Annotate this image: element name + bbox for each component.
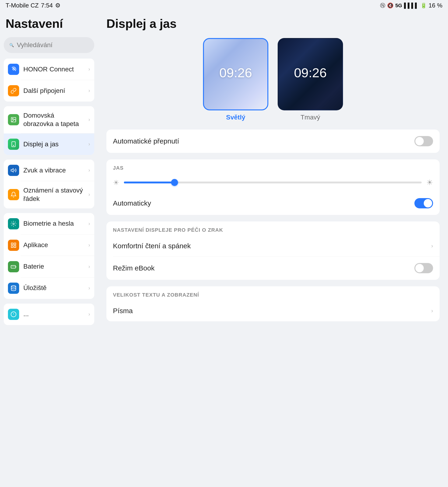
status-bar: T-Mobile CZ 7:54 ⚙ Ⓝ 🔇 5G ▌▌▌▌ 🔋 16 % (0, 0, 448, 11)
brightness-thumb (171, 179, 178, 186)
time-label: 7:54 (41, 2, 53, 9)
komfortni-cteni-chevron: › (431, 243, 433, 249)
pisma-chevron: › (431, 308, 433, 314)
biometrie-icon (8, 218, 19, 229)
rezim-ebook-knob (415, 264, 424, 272)
settings-group-misc: Biometrie a hesla › Aplikace › Baterie › (4, 213, 94, 299)
theme-card-svetly[interactable]: 09:26 Světlý (203, 38, 268, 121)
signal-bars-icon: ▌▌▌▌ (404, 3, 418, 9)
sidebar-item-biometrie[interactable]: Biometrie a hesla › (4, 213, 94, 234)
uloziste-label: Úložiště (23, 284, 84, 292)
theme-label-svetly: Světlý (226, 114, 246, 121)
svg-rect-8 (14, 243, 16, 245)
sidebar-item-zvuk[interactable]: Zvuk a vibrace › (4, 160, 94, 181)
komfortni-cteni-row[interactable]: Komfortní čtení a spánek › (106, 235, 440, 256)
displej-chevron: › (88, 141, 90, 147)
brightness-section: JAS ☀ ☀ Automaticky (106, 159, 440, 215)
status-left: T-Mobile CZ 7:54 ⚙ (6, 2, 60, 9)
settings-group-sound: Zvuk a vibrace › Oznámení a stavový řáde… (4, 160, 94, 208)
auto-brightness-row: Automaticky (106, 192, 440, 215)
auto-brightness-label: Automaticky (113, 199, 151, 207)
rezim-ebook-toggle[interactable] (414, 263, 433, 273)
oznameni-label: Oznámení a stavový řádek (23, 186, 84, 203)
svg-rect-10 (14, 246, 16, 247)
sidebar-item-dalsi-pripojeni[interactable]: Další připojení › (4, 80, 94, 102)
extra-chevron: › (88, 311, 90, 317)
sidebar-item-extra[interactable]: ... › (4, 303, 94, 325)
automatic-switch-section: Automatické přepnutí (106, 129, 440, 153)
jas-header: JAS (106, 159, 440, 173)
theme-label-tmavy: Tmavý (301, 114, 320, 121)
extra-icon (8, 309, 19, 320)
right-title: Displej a jas (106, 16, 440, 31)
komfortni-cteni-label: Komfortní čtení a spánek (113, 242, 191, 250)
uloziste-chevron: › (88, 285, 90, 291)
domovska-chevron: › (88, 117, 90, 123)
gear-icon: ⚙ (55, 2, 60, 9)
svg-rect-7 (11, 243, 13, 245)
search-input[interactable] (17, 41, 89, 49)
left-panel: Nastavení 🔍 HONOR Connect › Další připoj… (0, 11, 98, 487)
domovska-icon (8, 114, 19, 125)
svg-point-0 (13, 69, 15, 70)
zvuk-label: Zvuk a vibrace (23, 166, 84, 175)
search-bar[interactable]: 🔍 (4, 37, 94, 53)
brightness-high-icon: ☀ (426, 178, 433, 187)
sidebar-item-displej-a-jas[interactable]: Displej a jas › (4, 134, 94, 155)
theme-cards: 09:26 Světlý 09:26 Tmavý (106, 38, 440, 121)
right-panel: Displej a jas 09:26 Světlý 09:26 Tmavý A… (98, 11, 448, 487)
rezim-ebook-label: Režim eBook (113, 264, 154, 272)
displej-icon (8, 139, 19, 150)
theme-preview-tmavy[interactable]: 09:26 (278, 38, 343, 110)
svg-marker-5 (11, 168, 13, 172)
signal-icon: 5G (395, 3, 402, 9)
biometrie-chevron: › (88, 221, 90, 227)
sidebar-item-aplikace[interactable]: Aplikace › (4, 234, 94, 256)
oznameni-chevron: › (88, 192, 90, 198)
nfc-icon: Ⓝ (380, 2, 385, 9)
honor-connect-icon (8, 64, 19, 75)
sidebar-item-domovska-obrazovka[interactable]: Domovská obrazovka a tapeta › (4, 106, 94, 134)
svg-rect-9 (11, 246, 13, 247)
dalsi-pripojeni-label: Další připojení (23, 87, 84, 95)
extra-label: ... (23, 310, 84, 318)
dalsi-pripojeni-icon (8, 85, 19, 96)
theme-preview-svetly[interactable]: 09:26 (203, 38, 268, 110)
oznameni-icon (8, 189, 19, 200)
theme-time-svetly: 09:26 (219, 65, 252, 80)
settings-group-display: Domovská obrazovka a tapeta › Displej a … (4, 106, 94, 155)
domovska-label: Domovská obrazovka a tapeta (23, 111, 84, 128)
main-layout: Nastavení 🔍 HONOR Connect › Další připoj… (0, 11, 448, 487)
pisma-row[interactable]: Písma › (106, 300, 440, 321)
automatic-switch-knob (415, 137, 424, 145)
aplikace-chevron: › (88, 242, 90, 248)
settings-group-connectivity: HONOR Connect › Další připojení › (4, 59, 94, 102)
sidebar-item-oznameni[interactable]: Oznámení a stavový řádek › (4, 181, 94, 208)
aplikace-icon (8, 240, 19, 251)
theme-card-tmavy[interactable]: 09:26 Tmavý (278, 38, 343, 121)
zvuk-icon (8, 165, 19, 176)
eye-care-header: NASTAVENÍ DISPLEJE PRO PÉČI O ZRAK (106, 222, 440, 235)
svg-point-6 (13, 223, 15, 224)
automatic-switch-toggle[interactable] (414, 136, 433, 146)
auto-brightness-toggle[interactable] (414, 198, 433, 208)
honor-connect-label: HONOR Connect (23, 65, 84, 73)
pisma-label: Písma (113, 307, 133, 315)
theme-time-tmavy: 09:26 (294, 65, 327, 80)
honor-connect-chevron: › (88, 66, 90, 72)
baterie-label: Baterie (23, 262, 84, 271)
sidebar-item-uloziste[interactable]: Úložiště › (4, 278, 94, 299)
panel-title: Nastavení (4, 16, 94, 31)
search-icon: 🔍 (9, 43, 14, 47)
sidebar-item-baterie[interactable]: Baterie › (4, 256, 94, 278)
zvuk-chevron: › (88, 167, 90, 173)
brightness-track[interactable] (124, 182, 422, 184)
auto-brightness-knob (424, 199, 432, 208)
baterie-chevron: › (88, 264, 90, 270)
brightness-row: ☀ ☀ (106, 173, 440, 192)
rezim-ebook-row: Režim eBook (106, 256, 440, 280)
brightness-low-icon: ☀ (113, 178, 119, 187)
svg-point-12 (11, 286, 16, 287)
sidebar-item-honor-connect[interactable]: HONOR Connect › (4, 59, 94, 80)
baterie-icon (8, 261, 19, 272)
